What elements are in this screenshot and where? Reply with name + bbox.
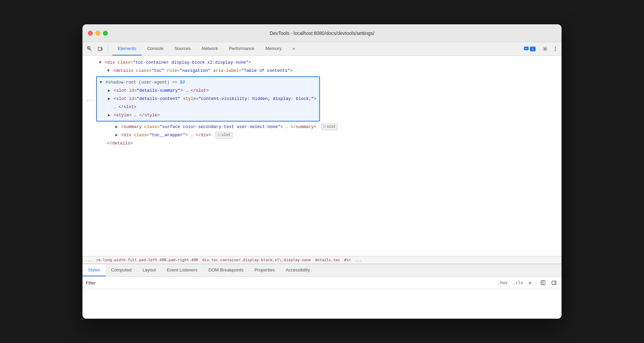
close-button[interactable] [88,31,93,36]
bottom-tab-event-listeners[interactable]: Event Listeners [161,264,203,276]
shadow-root-style: ▶ <style> … </style> [97,111,319,119]
bottom-tab-dom-breakpoints[interactable]: DOM Breakpoints [203,264,249,276]
top-tabs: Elements Console Sources Network Perform… [112,42,300,55]
shadow-root-container: ▼ #shadow-root (user-agent) == $0 ▶ <slo… [96,76,320,122]
shadow-root-slot1: ▶ <slot id="details-summary"> … </slot> [97,87,319,95]
device-toolbar-icon[interactable] [95,44,105,54]
dom-line-summary: ▶ <summary class="surface color-secondar… [82,123,562,131]
filter-bar: Filter :hov .cls + [82,277,562,289]
svg-point-6 [555,48,556,49]
breadcrumb-item-2[interactable]: div.toc-container.display-block.xl\:disp… [202,258,311,262]
tab-memory[interactable]: Memory [260,42,287,55]
svg-point-4 [544,48,546,50]
bottom-tab-computed[interactable]: Computed [105,264,137,276]
dom-tree[interactable]: ▼ <div class="toc-container display-bloc… [82,56,562,256]
breadcrumb-dots[interactable]: ... [85,258,92,262]
breadcrumb-bar: ... re-long.width-full.pad-left-400.pad-… [82,256,562,264]
bottom-tab-properties[interactable]: Properties [249,264,280,276]
toolbar-icon-group [85,44,108,54]
sidebar-button[interactable] [550,279,558,287]
dom-line-1: ▼ <div class="toc-container display-bloc… [82,59,562,67]
svg-point-5 [555,47,556,48]
notifications-button[interactable]: 1 [521,45,538,53]
dom-line-2: ▼ <details class="toc" role="navigation"… [82,67,562,75]
cls-button[interactable]: .cls [512,280,524,286]
devtools-panel: Elements Console Sources Network Perform… [82,42,562,319]
bottom-panel: Styles Computed Layout Event Listeners D… [82,264,562,319]
expand-dots[interactable]: ... [86,97,94,102]
tab-network[interactable]: Network [196,42,224,55]
shadow-root-slot2: ▶ <slot id="details-content" style="cont… [97,95,319,103]
titlebar: DevTools - localhost:8080/docs/devtools/… [82,24,562,42]
shadow-root-header: ▼ #shadow-root (user-agent) == $0 [97,78,319,87]
tab-elements[interactable]: Elements [112,42,142,55]
more-menu-button[interactable] [552,45,559,53]
bottom-tab-accessibility[interactable]: Accessibility [280,264,315,276]
add-style-button[interactable]: + [527,279,533,287]
toolbar-right-actions: 1 [521,45,559,53]
filter-divider [536,280,536,285]
slot-badge-2: ⬡ slot [216,132,232,139]
bottom-tab-layout[interactable]: Layout [137,264,161,276]
filter-right-controls: :hov .cls + [497,279,558,287]
window-title: DevTools - localhost:8080/docs/devtools/… [270,30,374,36]
slot-badge-1: ⬡ slot [321,124,338,130]
main-content: ▼ <div class="toc-container display-bloc… [82,56,562,319]
filter-label: Filter [86,280,96,285]
tab-performance[interactable]: Performance [223,42,260,55]
svg-rect-2 [101,48,102,50]
top-toolbar: Elements Console Sources Network Perform… [82,42,562,56]
svg-rect-1 [98,47,101,51]
tab-sources[interactable]: Sources [169,42,196,55]
tab-console[interactable]: Console [142,42,169,55]
dom-line-details-end: </details> [82,139,562,148]
devtools-window: DevTools - localhost:8080/docs/devtools/… [82,24,562,319]
breadcrumb-more[interactable]: ... [355,258,362,262]
layout-button[interactable] [539,279,547,287]
hov-button[interactable]: :hov [497,280,509,286]
svg-point-7 [555,50,556,51]
breadcrumb-item-4[interactable]: #sr [344,258,351,262]
shadow-root-slot2-content: … </slot> [97,103,319,111]
maximize-button[interactable] [103,31,108,36]
breadcrumb-item-1[interactable]: re-long.width-full.pad-left-400.pad-righ… [96,258,198,262]
dom-line-div-wrapper: ▶ <div class="toc__wrapper"> … </div> ⬡ … [82,131,562,139]
breadcrumb-item-3[interactable]: details.toc [315,258,340,262]
tab-more[interactable]: » [287,42,300,55]
bottom-tab-styles[interactable]: Styles [82,264,105,276]
bottom-tabs: Styles Computed Layout Event Listeners D… [82,264,562,277]
svg-rect-9 [552,281,556,284]
inspect-element-icon[interactable] [85,44,95,54]
traffic-lights [88,31,108,36]
minimize-button[interactable] [95,31,100,36]
settings-button[interactable] [540,45,551,53]
notification-badge: 1 [530,47,536,51]
